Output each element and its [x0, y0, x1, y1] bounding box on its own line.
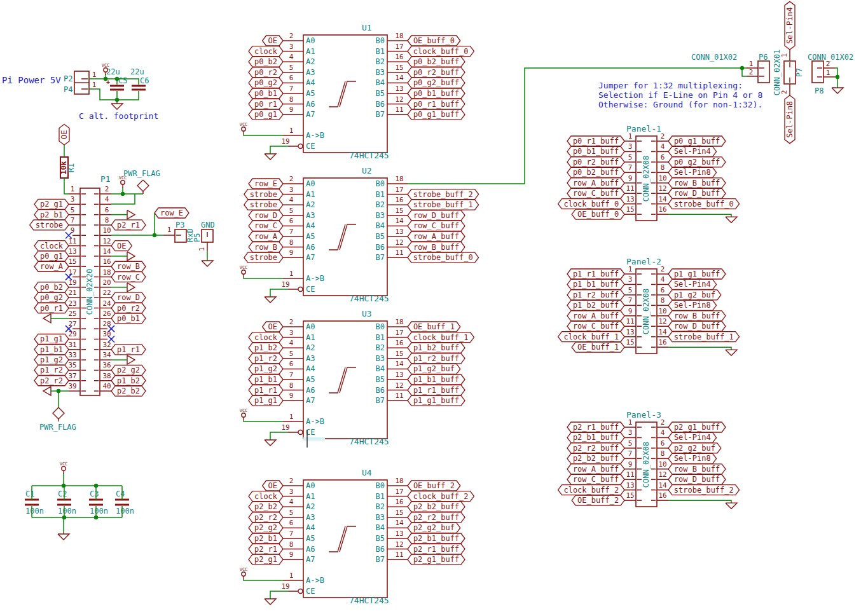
global-label-p0_r2[interactable]: p0_r2	[249, 67, 283, 78]
global-label-OE[interactable]: OE	[263, 481, 283, 491]
global-label-p0_g2_buff[interactable]: p0_g2_buff	[408, 78, 465, 88]
global-label-row_B[interactable]: row_B	[111, 261, 146, 271]
global-label-row_C_buff[interactable]: row_C_buff	[567, 321, 624, 331]
global-label-strobe[interactable]: strobe	[244, 252, 283, 263]
global-label-p2_r1_buff[interactable]: p2_r1_buff	[408, 544, 465, 554]
global-label-row_E[interactable]: row_E	[155, 208, 189, 218]
global-label-p0_b2_buff[interactable]: p0_b2_buff	[408, 57, 465, 67]
vcc-symbol[interactable]: VCC	[240, 265, 248, 277]
gnd-symbol[interactable]	[726, 503, 737, 509]
global-label-p1_r2[interactable]: p1_r2	[34, 365, 69, 375]
global-label-p0_r2_buff[interactable]: p0_r2_buff	[567, 157, 624, 167]
gnd-symbol[interactable]	[202, 261, 213, 266]
global-label-row_C_buff[interactable]: row_C_buff	[567, 474, 624, 484]
global-label-p1_r1_buff[interactable]: p1_r1_buff	[408, 385, 465, 395]
global-label-p0_r1_buff[interactable]: p0_r1_buff	[408, 99, 465, 109]
global-label-p2_b1_buff[interactable]: p2_b1_buff	[408, 533, 465, 544]
global-label-p1_b1_buff[interactable]: p1_b1_buff	[567, 279, 624, 289]
global-label-p0_b2[interactable]: p0_b2	[249, 57, 283, 67]
global-label-p0_b1_buff[interactable]: p0_b1_buff	[408, 88, 465, 99]
global-label-p1_g1[interactable]: p1_g1	[34, 334, 69, 344]
global-label-p2_g1_buff[interactable]: p2_g1_buff	[408, 554, 465, 565]
global-label-strobe_buff_0[interactable]: strobe_buff_0	[668, 199, 740, 209]
global-label-clock[interactable]: clock	[34, 241, 69, 251]
global-label-clock[interactable]: clock	[249, 46, 283, 57]
global-label-clock_buff_1[interactable]: clock_buff_1	[558, 332, 624, 342]
global-label-strobe[interactable]: strobe	[244, 189, 283, 200]
global-label-OE_buff_0[interactable]: OE_buff_0	[408, 36, 460, 46]
global-label-OE_buff_0[interactable]: OE_buff_0	[572, 209, 624, 219]
connector-panel-3[interactable]: Panel-3CONN_02X0813579111315246810121416	[624, 410, 668, 507]
global-label-p0_r2_buff[interactable]: p0_r2_buff	[408, 67, 465, 78]
global-label-p1_b1_buff[interactable]: p1_b1_buff	[408, 374, 465, 385]
global-label-p0_b2[interactable]: p0_b2	[34, 282, 69, 292]
global-label-p2_g2_buf[interactable]: p2_g2_buf	[408, 523, 460, 533]
global-label-row_D_buff[interactable]: row_D_buff	[668, 321, 726, 331]
gnd-symbol[interactable]	[726, 217, 737, 222]
pwr-flag-symbol[interactable]: PWR_FLAG	[123, 169, 160, 194]
global-label-p0_g1_buff[interactable]: p0_g1_buff	[408, 109, 465, 120]
global-label-Sel-Pin4[interactable]: Sel-Pin4	[668, 279, 717, 289]
gnd-symbol[interactable]	[265, 440, 276, 446]
gnd-symbol[interactable]	[832, 88, 843, 93]
global-label-p1_g1[interactable]: p1_g1	[249, 395, 283, 406]
global-label-row_D_buff[interactable]: row_D_buff	[408, 210, 465, 221]
global-label-p2_b2_buff[interactable]: p2_b2_buff	[567, 453, 624, 463]
global-label-p1_g2_buf[interactable]: p1_g2_buf	[408, 364, 460, 374]
global-label-clock[interactable]: clock	[249, 332, 283, 343]
global-label-p0_g1_buff[interactable]: p0_g1_buff	[668, 136, 726, 146]
global-label-p1_b2_buff[interactable]: p1_b2_buff	[567, 300, 624, 310]
global-label-row_A_buff[interactable]: row_A_buff	[567, 464, 624, 474]
global-label-p2_r2_buff[interactable]: p2_r2_buff	[567, 443, 624, 453]
global-label-row_B_buff[interactable]: row_B_buff	[408, 242, 465, 252]
global-label-p2_r1_buff[interactable]: p2_r1_buff	[567, 422, 624, 432]
global-label-OE[interactable]: OE	[263, 322, 283, 332]
global-label-strobe_buff_1[interactable]: strobe_buff_1	[408, 200, 479, 210]
gnd-symbol[interactable]	[726, 350, 737, 355]
global-label-p0_g1[interactable]: p0_g1	[249, 109, 283, 120]
global-label-row_A_buff[interactable]: row_A_buff	[567, 311, 624, 321]
global-label-p2_b1[interactable]: p2_b1	[249, 533, 283, 544]
global-label-p2_r1[interactable]: p2_r1	[111, 220, 146, 230]
global-label-Sel-Pin8[interactable]: Sel-Pin8	[668, 300, 717, 310]
global-label-clock_buff_0[interactable]: clock_buff_0	[408, 46, 474, 57]
resistor-r1[interactable]: 10kR1	[59, 157, 76, 178]
global-label-p1_r1[interactable]: p1_r1	[111, 345, 146, 355]
global-label-Sel-Pin8[interactable]: Sel-Pin8	[785, 95, 795, 144]
global-label-p2_r2[interactable]: p2_r2	[249, 512, 283, 523]
global-label-strobe_buff_1[interactable]: strobe_buff_1	[668, 332, 740, 342]
global-label-p2_g1[interactable]: p2_g1	[34, 199, 69, 209]
vcc-symbol[interactable]: VCC	[240, 408, 248, 420]
global-label-p0_g2[interactable]: p0_g2	[34, 292, 69, 303]
pwr-flag-symbol[interactable]: PWR_FLAG	[39, 407, 76, 432]
global-label-OE[interactable]: OE	[59, 125, 69, 145]
global-label-row_B_buff[interactable]: row_B_buff	[668, 464, 726, 474]
gnd-symbol[interactable]	[58, 534, 69, 540]
global-label-p2_g1_buff[interactable]: p2_g1_buff	[668, 422, 726, 432]
global-label-p2_b1[interactable]: p2_b1	[34, 210, 69, 220]
global-label-clock_buff_2[interactable]: clock_buff_2	[408, 491, 474, 502]
global-label-row_D_buff[interactable]: row_D_buff	[668, 474, 726, 484]
global-label-row_D[interactable]: row_D	[249, 210, 283, 221]
global-label-p1_r1[interactable]: p1_r1	[249, 385, 283, 395]
global-label-Sel-Pin4[interactable]: Sel-Pin4	[668, 432, 717, 442]
global-label-row_A_buff[interactable]: row_A_buff	[567, 178, 624, 188]
global-label-p2_b2[interactable]: p2_b2	[111, 386, 146, 396]
global-label-Sel-Pin4[interactable]: Sel-Pin4	[668, 146, 717, 156]
global-label-p0_b1_buff[interactable]: p0_b1_buff	[567, 146, 624, 156]
global-label-row_C_buff[interactable]: row_C_buff	[408, 221, 465, 231]
global-label-p1_r2[interactable]: p1_r2	[249, 353, 283, 364]
global-label-p2_g2[interactable]: p2_g2	[249, 523, 283, 533]
global-label-row_A_buff[interactable]: row_A_buff	[408, 231, 465, 242]
global-label-clock_buff_1[interactable]: clock_buff_1	[408, 332, 474, 343]
global-label-p1_g1_buff[interactable]: p1_g1_buff	[408, 395, 465, 406]
gnd-symbol[interactable]	[265, 599, 276, 605]
global-label-row_D[interactable]: row_D	[111, 292, 146, 303]
global-label-row_D_buff[interactable]: row_D_buff	[668, 188, 726, 198]
global-label-clock_buff_0[interactable]: clock_buff_0	[558, 199, 624, 209]
global-label-strobe[interactable]: strobe	[244, 200, 283, 210]
global-label-p0_b2_buff[interactable]: p0_b2_buff	[567, 167, 624, 177]
global-label-Sel-Pin8[interactable]: Sel-Pin8	[668, 167, 717, 177]
decoupling-caps-group[interactable]: C1100nC2100nC3100nC4100n	[25, 489, 134, 516]
global-label-row_C_buff[interactable]: row_C_buff	[567, 188, 624, 198]
